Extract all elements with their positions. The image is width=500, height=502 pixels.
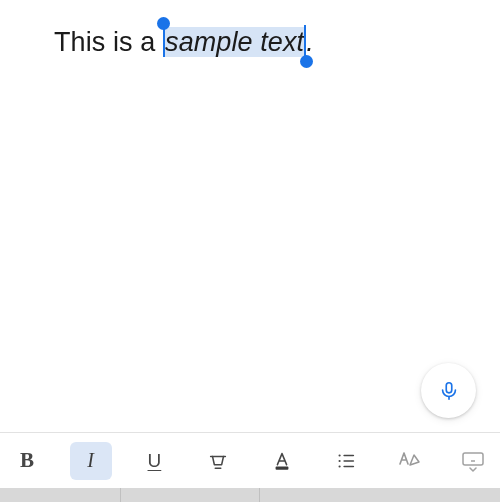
svg-rect-2 xyxy=(275,466,288,469)
bold-icon: B xyxy=(20,448,34,473)
list-icon xyxy=(335,450,357,472)
selected-text: sample text xyxy=(165,27,304,57)
text-color-icon xyxy=(271,450,293,472)
svg-rect-9 xyxy=(463,453,483,465)
text-color-button[interactable] xyxy=(261,442,303,480)
text-after: . xyxy=(306,27,314,57)
svg-rect-0 xyxy=(446,382,452,392)
underline-button[interactable]: U xyxy=(133,442,175,480)
selection-caret-end xyxy=(304,25,306,57)
highlighter-icon xyxy=(207,450,229,472)
text-selection[interactable]: sample text xyxy=(163,24,306,60)
text-format-button[interactable] xyxy=(388,442,430,480)
text-format-icon xyxy=(397,450,421,472)
italic-icon: I xyxy=(87,449,94,472)
strip-slot xyxy=(120,488,260,502)
text-before: This is a xyxy=(54,27,163,57)
formatting-toolbar: B I U xyxy=(0,432,500,488)
bold-button[interactable]: B xyxy=(6,442,48,480)
bottom-strip xyxy=(0,488,500,502)
svg-point-5 xyxy=(338,459,340,461)
svg-point-7 xyxy=(338,465,340,467)
underline-icon: U xyxy=(148,450,162,472)
keyboard-button[interactable] xyxy=(452,442,494,480)
svg-point-3 xyxy=(338,454,340,456)
mic-icon xyxy=(438,380,460,402)
bulleted-list-button[interactable] xyxy=(325,442,367,480)
voice-input-button[interactable] xyxy=(421,363,476,418)
document-editor[interactable]: This is a sample text. xyxy=(0,0,500,84)
selection-handle-end[interactable] xyxy=(300,55,313,68)
highlight-button[interactable] xyxy=(197,442,239,480)
keyboard-icon xyxy=(461,450,485,472)
italic-button[interactable]: I xyxy=(70,442,112,480)
selection-handle-start[interactable] xyxy=(157,17,170,30)
